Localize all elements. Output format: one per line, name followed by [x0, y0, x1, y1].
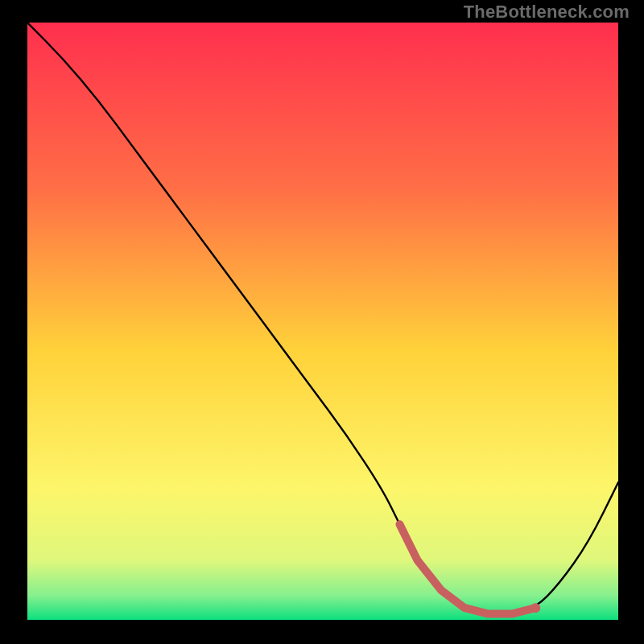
plot-area — [27, 23, 618, 620]
watermark-label: TheBottleneck.com — [464, 2, 630, 23]
gradient-background — [27, 23, 618, 620]
chart-frame: TheBottleneck.com — [0, 0, 644, 644]
optimal-end-dot — [530, 603, 540, 613]
chart-svg — [27, 23, 618, 620]
